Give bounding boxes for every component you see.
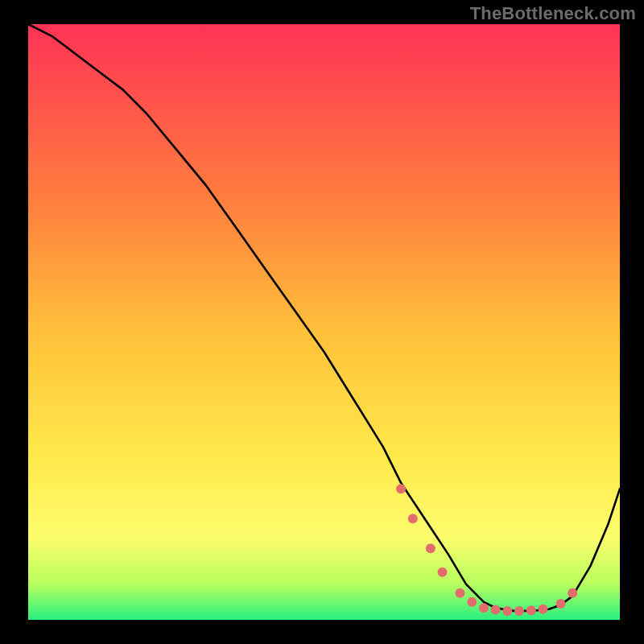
marker-dot bbox=[502, 606, 512, 616]
marker-dot bbox=[556, 599, 566, 609]
marker-dot bbox=[438, 568, 448, 577]
watermark-label: TheBottleneck.com bbox=[470, 3, 636, 24]
marker-dot bbox=[408, 514, 418, 523]
marker-dot bbox=[514, 606, 524, 616]
marker-dot bbox=[479, 603, 489, 613]
marker-dot bbox=[396, 484, 406, 493]
plot-background bbox=[28, 24, 620, 620]
chart-svg bbox=[0, 0, 644, 644]
marker-dot bbox=[491, 605, 501, 614]
marker-dot bbox=[467, 597, 477, 607]
chart-figure: { "watermark": "TheBottleneck.com", "col… bbox=[0, 0, 644, 644]
marker-dot bbox=[426, 543, 436, 553]
marker-dot bbox=[539, 605, 548, 614]
marker-dot bbox=[456, 588, 465, 598]
marker-dot bbox=[568, 588, 577, 598]
marker-dot bbox=[526, 605, 536, 615]
